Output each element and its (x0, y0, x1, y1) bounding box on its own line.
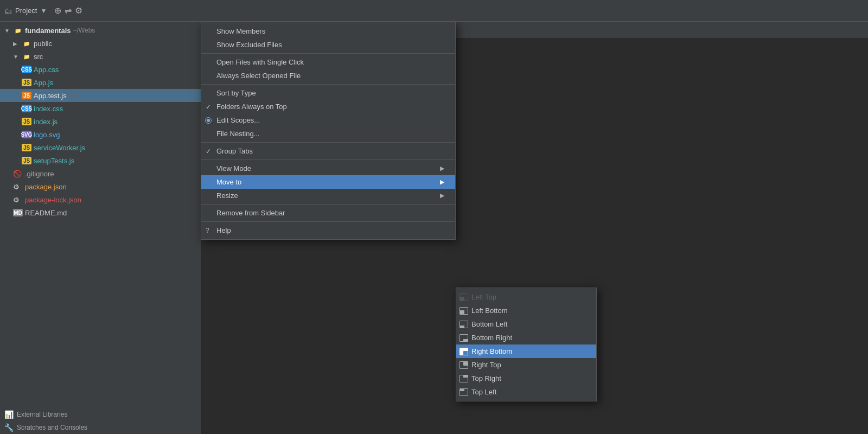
show-excluded-label: Show Excluded Files (216, 41, 282, 49)
src-icon: 📁 (22, 53, 31, 60)
menu-folders-on-top[interactable]: ✓ Folders Always on Top (201, 100, 455, 113)
scratches-label: Scratches and Consoles (17, 424, 87, 431)
sw-icon: JS (22, 144, 31, 151)
top-left-icon (459, 388, 468, 396)
layout-btn[interactable]: ⇌ (65, 5, 72, 16)
menu-view-mode[interactable]: View Mode ▶ (201, 162, 455, 175)
src-arrow: ▼ (13, 54, 22, 60)
menu-show-excluded[interactable]: Show Excluded Files (201, 38, 455, 52)
app-test-label: App.test.js (34, 92, 67, 100)
separator-5 (201, 204, 455, 205)
edit-scopes-label: Edit Scopes... (216, 116, 260, 124)
submenu-bottom-left[interactable]: Bottom Left (456, 317, 596, 331)
move-to-arrow: ▶ (440, 178, 444, 186)
bottom-left-icon (459, 321, 468, 328)
package-json-icon: ⚙ (13, 183, 23, 191)
tree-item-service-worker[interactable]: JS serviceWorker.js (0, 141, 201, 154)
public-label: public (34, 40, 52, 48)
external-libs-item[interactable]: 📊 External Libraries (0, 408, 201, 421)
package-lock-icon: ⚙ (13, 196, 23, 204)
tree-item-package-json[interactable]: ⚙ package.json (0, 180, 201, 193)
move-to-submenu: Left Top Left Bottom Bottom Left Bottom … (456, 288, 597, 401)
top-left-label: Top Left (471, 388, 496, 396)
settings-btn[interactable]: ⚙ (75, 5, 82, 16)
tree-item-src[interactable]: ▼ 📁 src (0, 50, 201, 63)
gitignore-label: .gitignore (25, 170, 54, 178)
open-single-click-label: Open Files with Single Click (216, 58, 304, 66)
group-tabs-check: ✓ (206, 148, 211, 155)
tree-item-setup-tests[interactable]: JS setupTests.js (0, 154, 201, 167)
right-bottom-icon (459, 348, 468, 355)
tree-item-logo[interactable]: SVG logo.svg (0, 128, 201, 141)
menu-edit-scopes[interactable]: Edit Scopes... (201, 113, 455, 127)
submenu-right-top[interactable]: Right Top (456, 358, 596, 372)
sidebar-footer: 📊 External Libraries 🔧 Scratches and Con… (0, 408, 201, 434)
package-json-label: package.json (25, 183, 67, 191)
top-bar: 🗂 Project ▼ ⊕ ⇌ ⚙ (0, 0, 868, 22)
readme-label: README.md (25, 209, 67, 217)
view-mode-label: View Mode (216, 164, 251, 173)
root-arrow: ▼ (4, 28, 13, 34)
tree-item-package-lock[interactable]: ⚙ package-lock.json (0, 193, 201, 206)
menu-sort-by-type[interactable]: Sort by Type (201, 86, 455, 100)
view-mode-arrow: ▶ (440, 165, 444, 172)
app-css-label: App.css (34, 66, 59, 74)
gitignore-icon: 🚫 (13, 170, 23, 178)
help-prefix: ? (206, 227, 209, 234)
folders-check: ✓ (206, 103, 211, 111)
menu-show-members[interactable]: Show Members (201, 24, 455, 38)
sidebar: ▼ 📁 fundamentals ~/Webs ▶ 📁 public ▼ 📁 s… (0, 22, 201, 434)
menu-remove-sidebar[interactable]: Remove from Sidebar (201, 206, 455, 220)
tree-item-gitignore[interactable]: 🚫 .gitignore (0, 167, 201, 180)
public-icon: 📁 (22, 40, 31, 47)
menu-move-to[interactable]: Move to ▶ (201, 175, 455, 189)
menu-group-tabs[interactable]: ✓ Group Tabs (201, 144, 455, 158)
tree-item-public[interactable]: ▶ 📁 public (0, 37, 201, 50)
help-label: Help (216, 226, 231, 234)
scratches-item[interactable]: 🔧 Scratches and Consoles (0, 421, 201, 434)
menu-file-nesting[interactable]: File Nesting... (201, 127, 455, 141)
external-libs-label: External Libraries (17, 411, 67, 418)
tree-item-index-css[interactable]: CSS index.css (0, 102, 201, 115)
file-nesting-label: File Nesting... (216, 130, 259, 138)
left-bottom-label: Left Bottom (471, 307, 507, 315)
right-bottom-label: Right Bottom (471, 347, 512, 355)
bottom-right-icon (459, 334, 468, 342)
submenu-left-bottom[interactable]: Left Bottom (456, 304, 596, 317)
submenu-bottom-right[interactable]: Bottom Right (456, 331, 596, 344)
scratches-icon: 🔧 (4, 423, 14, 432)
logo-label: logo.svg (34, 131, 60, 139)
tree-item-index-js[interactable]: JS index.js (0, 115, 201, 128)
left-top-icon (459, 293, 468, 301)
submenu-left-top[interactable]: Left Top (456, 290, 596, 304)
folder-icon: 📁 (13, 27, 23, 34)
submenu-top-right[interactable]: Top Right (456, 372, 596, 385)
right-top-label: Right Top (471, 361, 501, 369)
submenu-top-left[interactable]: Top Left (456, 385, 596, 399)
resize-label: Resize (216, 192, 238, 200)
top-right-icon (459, 375, 468, 382)
index-css-icon: CSS (22, 105, 31, 112)
tree-item-readme[interactable]: MD README.md (0, 206, 201, 219)
js-icon: JS (22, 79, 31, 86)
app-js-label: App.js (34, 79, 53, 87)
resize-arrow: ▶ (440, 192, 444, 199)
tree-root[interactable]: ▼ 📁 fundamentals ~/Webs (0, 24, 201, 37)
root-path: ~/Webs (73, 27, 95, 34)
menu-always-select[interactable]: Always Select Opened File (201, 69, 455, 82)
package-lock-label: package-lock.json (25, 196, 81, 204)
group-tabs-label: Group Tabs (216, 147, 253, 155)
tree-item-app-css[interactable]: CSS App.css (0, 63, 201, 76)
index-js-icon: JS (22, 118, 31, 125)
index-css-label: index.css (34, 105, 63, 113)
project-title: Project (15, 7, 37, 15)
tree-item-app-test[interactable]: JS App.test.js (0, 89, 201, 102)
tree-item-app-js[interactable]: JS App.js (0, 76, 201, 89)
menu-open-single-click[interactable]: Open Files with Single Click (201, 55, 455, 69)
menu-resize[interactable]: Resize ▶ (201, 189, 455, 202)
submenu-right-bottom[interactable]: Right Bottom (456, 344, 596, 358)
sort-by-type-label: Sort by Type (216, 89, 256, 97)
add-btn[interactable]: ⊕ (54, 5, 61, 16)
menu-help[interactable]: ? Help (201, 224, 455, 237)
top-right-label: Top Right (471, 374, 501, 382)
